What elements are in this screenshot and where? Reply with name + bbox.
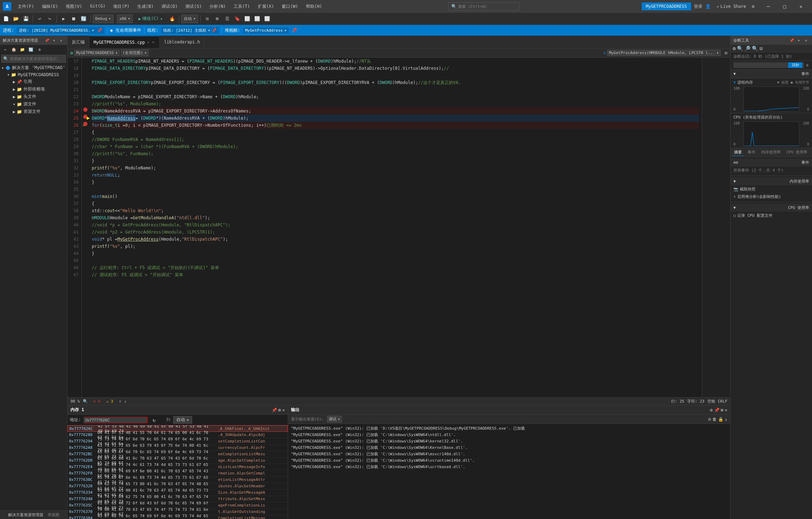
nav-down-btn[interactable]: ↓ [124,399,127,404]
pin-icon[interactable]: 📌 [97,28,102,33]
hot-reload-btn[interactable]: 🔥 [168,14,177,23]
stack-arrow[interactable]: ▾ [284,28,287,33]
restart-btn[interactable]: 🔄 [79,14,88,23]
output-float-btn[interactable]: ⊞ [721,408,723,413]
tree-item-ref[interactable]: ▶ 📌 引用 [0,78,67,85]
stop-btn[interactable]: ⏹ [69,14,78,23]
minimize-button[interactable]: ─ [760,0,776,13]
save-btn[interactable]: 💾 [21,14,31,23]
platform-dropdown[interactable]: x86 ▾ [117,15,133,23]
undo-btn[interactable]: ↩ [35,14,44,23]
diag-settings-icon[interactable]: ⚙ [733,46,736,51]
toolbar-btn-extra3[interactable]: ☰ [223,14,232,23]
tree-item-external[interactable]: ▶ 📁 外部依赖项 [0,85,67,93]
menu-file[interactable]: 文件(F) [14,2,38,11]
debug-config-dropdown[interactable]: Debug ▾ [93,15,113,23]
target-dropdown[interactable]: 自动 ▾ [181,15,198,23]
addr-input[interactable] [84,417,148,423]
nav-up-btn[interactable]: ↑ [119,399,121,404]
output-source-dropdown[interactable]: 调试 ▾ [327,416,342,423]
se-search-input[interactable] [10,57,64,61]
start-debug-btn[interactable]: ▶ [59,14,68,23]
process-dropdown-arrow[interactable]: ▾ [92,28,94,33]
tree-item-sources[interactable]: ▾ 📁 源文件 [0,100,67,108]
output-tool-1[interactable]: ⊡ [708,417,711,422]
output-tool-2[interactable]: 🗑 [712,417,717,422]
menu-git[interactable]: Git(G) [86,2,109,11]
close-button[interactable]: ✕ [793,0,809,13]
function-dropdown[interactable]: MyGetProcAddress(HMODULE hModule, LPCSTR… [607,50,721,56]
code-content[interactable]: PIMAGE_NT_HEADERS pIMAGE_NT_HEADERS = ( … [89,58,702,397]
thread-arrow[interactable]: ▾ [208,28,210,33]
events-section-expand[interactable]: ⚙⚙ 事件 [731,158,812,167]
menu-test[interactable]: 测试(S) [182,2,205,11]
menu-tools[interactable]: 工具(T) [230,2,254,11]
toolbar-btn-extra6[interactable]: ⬜ [253,14,262,23]
tree-item-resources[interactable]: ▶ 📁 资源文件 [0,108,67,115]
tab-cpp-close[interactable]: ✕ [147,40,149,44]
menu-extensions[interactable]: 扩展(X) [254,2,278,11]
se-pin-btn[interactable]: 📌 [44,37,50,43]
scope-dropdown[interactable]: MyGETPRCOADDRESS ▾ [74,50,120,56]
output-settings-btn[interactable]: ⚙ [710,408,712,413]
se-close-btn[interactable]: ✕ [58,37,64,43]
code-editor[interactable]: 17 18 19 20 21 22 23 24 25 26 27 28 29 3… [68,58,730,397]
output-close-btn[interactable]: ✕ [725,408,727,413]
memory-close-btn[interactable]: ✕ [282,408,285,413]
tree-item-project[interactable]: ▾ 📁 MyGETPRCOADDRESS [0,72,67,78]
memory-pin-btn[interactable]: 📌 [272,408,277,413]
diag-zoom-in-icon[interactable]: 🔎 [744,46,750,51]
memory-snapshot-icon[interactable]: ▼ [733,80,736,85]
col-dropdown[interactable]: 自动 ▾ [173,416,192,424]
memory-float-btn[interactable]: ⊞ [278,408,281,413]
login-btn[interactable]: 登录 [694,4,702,10]
events-all-item[interactable]: 所有事件 (2 个，共 4 个) [731,167,812,174]
se-tool-home[interactable]: 🏠 [10,46,18,53]
split-editor-btn[interactable]: ⊡ [725,51,727,56]
stack-pin-icon[interactable]: 📌 [292,28,297,33]
tab-cpp[interactable]: MyGETPRCOADDRESS.cpp ✕ × [89,36,160,48]
diag-search-icon[interactable]: 🔍 [737,46,743,51]
menu-window[interactable]: 窗口(W) [278,2,302,11]
toolbar-btn-extra2[interactable]: ⊞ [213,14,222,23]
diag-tab-events[interactable]: 事件 [745,149,758,156]
output-pin-btn[interactable]: 📌 [714,408,720,413]
diag-tab-cpu-usage[interactable]: CPU 使用率 [784,149,810,156]
new-file-btn[interactable]: 📄 [1,14,11,23]
diag-tab-mem-usage[interactable]: 内存使用率 [759,149,783,156]
tab-libloaderapi[interactable]: libloaderapi.h [160,36,205,48]
se-settings-btn[interactable]: ▾ [51,37,57,43]
menu-help[interactable]: 帮助(H) [302,2,326,11]
addr-refresh-btn[interactable]: ↻ [150,416,158,424]
redo-btn[interactable]: ↪ [45,14,54,23]
se-tool-back[interactable]: ← [1,46,9,53]
diag-close-btn[interactable]: ✕ [803,37,809,43]
diag-events-header[interactable]: ▼ 事件 [731,70,812,78]
open-file-btn[interactable]: 📂 [11,14,21,23]
toolbar-btn-extra7[interactable]: ⬜ [262,14,272,23]
toolbar-btn-extra1[interactable]: ⊡ [203,14,212,23]
menu-project[interactable]: 项目(P) [110,2,133,11]
menu-build[interactable]: 生成(B) [134,2,157,11]
toolbar-btn-extra5[interactable]: ⬜ [243,14,252,23]
tree-item-solution[interactable]: ▾ 🔷 解决方案 'MyGETPRCOAD' [0,64,67,72]
mem-usage-section-header[interactable]: ▼ 内存使用率 [731,177,812,185]
tree-item-headers[interactable]: ▶ 📁 头文件 [0,93,67,100]
maximize-button[interactable]: □ [776,0,793,13]
record-cpu-item[interactable]: ○ 记录 CPU 配置文件 [731,212,812,219]
cpu-usage-section-header[interactable]: ▼ CPU 使用率 [731,204,812,212]
continue-button[interactable]: ▶ 继续(C) ▾ [136,15,165,22]
diag-select-icon[interactable]: ⊡ [759,46,762,51]
thread-pin-icon[interactable]: 📌 [212,28,217,33]
memory-content[interactable]: 0x7777626C 41 5f 53 48 41 46 69 6e 61 6c… [68,425,288,519]
tab-disassembly[interactable]: 反汇编 [68,36,89,48]
settings-icon[interactable]: ⚙ [752,4,754,9]
se-tool-refresh[interactable]: 🔄 [27,46,35,53]
output-tool-3[interactable]: 🔒 [718,417,723,422]
diag-zoom-out-icon[interactable]: 🔍 [752,46,758,51]
menu-view[interactable]: 视图(V) [62,2,86,11]
heap-analysis-item[interactable]: ⚡ 启用堆分析(会影响性能) [731,193,812,200]
diag-pin-btn[interactable]: 📌 [789,37,795,43]
menu-debug[interactable]: 调试(D) [158,2,181,11]
live-share-button[interactable]: ↗ Live Share [713,2,749,10]
